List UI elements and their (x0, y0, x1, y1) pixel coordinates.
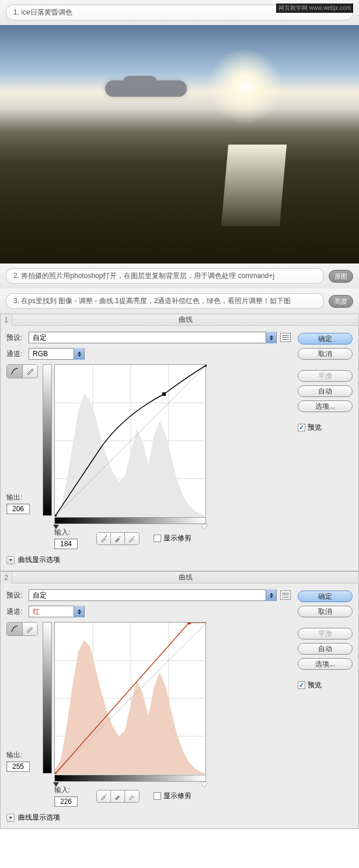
curves-graph[interactable] (54, 364, 206, 516)
curve-tool-button[interactable] (7, 365, 23, 378)
preset-label: 预设: (6, 333, 25, 343)
preview-checkbox[interactable]: 预览 (298, 423, 353, 433)
svg-rect-8 (55, 515, 57, 516)
preset-select[interactable]: 自定 (29, 589, 277, 601)
input-gradient-bar[interactable] (54, 517, 206, 524)
auto-button[interactable]: 自动 (298, 385, 353, 397)
output-input[interactable] (6, 504, 30, 514)
gray-point-eyedropper[interactable] (111, 790, 125, 802)
ok-button[interactable]: 确定 (298, 333, 353, 345)
channel-select[interactable]: RGB (29, 348, 85, 360)
options-button[interactable]: 选项... (298, 658, 353, 670)
step-2-text: 2. 将拍摄的照片用photoshop打开，在图层里复制背景层，用于调色处理 c… (6, 268, 324, 284)
preset-menu-icon[interactable] (280, 333, 291, 342)
cancel-button[interactable]: 取消 (298, 606, 353, 617)
auto-button[interactable]: 自动 (298, 643, 353, 655)
channel-value: RGB (29, 350, 74, 358)
show-clipping-label: 显示修剪 (163, 533, 191, 543)
svg-rect-17 (187, 623, 191, 624)
pencil-tool-button[interactable] (23, 365, 38, 378)
gray-point-eyedropper[interactable] (111, 533, 125, 544)
dropdown-icon (266, 332, 276, 343)
step-3-text: 3. 在ps里找到 图像 - 调整 - 曲线.1提高亮度，2通道补偿红色，绿色，… (6, 293, 324, 309)
channel-value: 红 (29, 607, 74, 617)
input-input[interactable] (54, 796, 78, 807)
source-photo (0, 25, 359, 263)
smooth-button[interactable]: 平滑 (298, 628, 353, 639)
show-clipping-checkbox[interactable]: 显示修剪 (154, 533, 191, 543)
eyedropper-group (96, 790, 140, 803)
panel-number: 1 (1, 314, 12, 326)
pencil-tool-button[interactable] (23, 623, 38, 635)
dropdown-icon (74, 348, 84, 360)
curve-tool-group (6, 364, 38, 378)
dialog-title: 曲线 (12, 572, 358, 582)
white-point-eyedropper[interactable] (125, 533, 139, 544)
input-gradient-bar[interactable] (54, 775, 206, 782)
svg-rect-7 (162, 392, 166, 396)
output-label: 输出: (6, 493, 38, 502)
expand-options-button[interactable] (6, 814, 15, 822)
smooth-button[interactable]: 平滑 (298, 370, 353, 382)
dialog-title: 曲线 (12, 315, 358, 325)
preset-select[interactable]: 自定 (29, 332, 277, 343)
channel-label: 通道: (6, 607, 25, 617)
black-point-eyedropper[interactable] (97, 533, 111, 544)
preset-value: 自定 (29, 591, 266, 600)
output-gradient-bar (43, 622, 52, 774)
dropdown-icon (266, 589, 276, 601)
preset-value: 自定 (29, 333, 266, 343)
preview-label: 预览 (308, 680, 322, 690)
cancel-button[interactable]: 取消 (298, 348, 353, 360)
svg-rect-18 (55, 772, 57, 774)
ok-button[interactable]: 确定 (298, 591, 353, 602)
output-label: 输出: (6, 750, 38, 760)
preset-label: 预设: (6, 591, 25, 600)
curves-dialog-1: 1 曲线 预设: 自定 通道: RGB (0, 314, 359, 571)
output-gradient-bar (43, 364, 52, 516)
curve-display-options-label: 曲线显示选项 (18, 555, 60, 565)
channel-label: 通道: (6, 349, 25, 359)
svg-rect-9 (205, 365, 207, 367)
expand-options-button[interactable] (6, 556, 15, 564)
preview-label: 预览 (308, 423, 322, 433)
curves-dialog-2: 2 曲线 预设: 自定 通道: 红 (0, 571, 359, 829)
original-button[interactable]: 原图 (329, 270, 353, 283)
eyedropper-group (96, 532, 140, 545)
options-button[interactable]: 选项... (298, 400, 353, 412)
dropdown-icon (74, 606, 84, 617)
black-point-eyedropper[interactable] (97, 790, 111, 802)
channel-select[interactable]: 红 (29, 606, 85, 617)
show-clipping-checkbox[interactable]: 显示修剪 (154, 791, 191, 801)
panel-number: 2 (1, 572, 12, 584)
curves-graph[interactable] (54, 622, 206, 774)
curve-tool-group (6, 622, 38, 636)
white-point-eyedropper[interactable] (125, 790, 139, 802)
curve-display-options-label: 曲线显示选项 (18, 813, 60, 823)
watermark: 网页教学网 www.webjx.com (276, 3, 353, 13)
brightness-button[interactable]: 亮度 (329, 295, 353, 308)
preset-menu-icon[interactable] (280, 591, 291, 600)
output-input[interactable] (6, 761, 30, 772)
preview-checkbox[interactable]: 预览 (298, 680, 353, 690)
curve-tool-button[interactable] (7, 623, 23, 635)
input-input[interactable] (54, 539, 78, 549)
show-clipping-label: 显示修剪 (163, 791, 191, 801)
